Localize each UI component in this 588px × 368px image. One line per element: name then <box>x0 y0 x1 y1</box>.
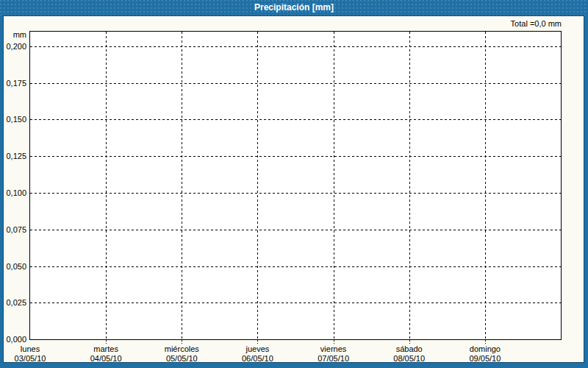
y-tick-label: 0,000 <box>4 334 26 344</box>
y-tick-label: 0,025 <box>4 297 26 308</box>
day-label: sábado <box>396 344 423 353</box>
chart-title-bar: Precipitación [mm] <box>0 0 588 15</box>
v-gridline <box>106 32 107 339</box>
date-label: 08/05/10 <box>393 354 425 363</box>
day-label: domingo <box>470 344 501 353</box>
date-label: 06/05/10 <box>242 354 273 363</box>
day-label: lunes <box>21 344 40 353</box>
x-axis-tick <box>485 340 486 344</box>
h-gridline <box>30 193 561 194</box>
date-label: 09/05/10 <box>469 354 501 363</box>
total-label: Total =0,0 mm <box>511 19 562 28</box>
chart-panel: Total =0,0 mm mm 0,0000,0250,0500,0750,1… <box>3 15 584 363</box>
date-label: 03/05/10 <box>15 354 46 363</box>
y-tick-label: 0,200 <box>4 41 26 52</box>
h-gridline <box>30 266 561 267</box>
v-gridline <box>182 32 182 339</box>
date-label: 07/05/10 <box>318 354 349 363</box>
x-axis-tick <box>409 340 410 344</box>
h-gridline <box>30 46 561 47</box>
x-axis-tick <box>106 340 107 344</box>
y-tick-label: 0,100 <box>4 188 26 198</box>
day-label: miércoles <box>165 344 199 353</box>
y-tick-label: 0,050 <box>4 261 26 272</box>
h-gridline <box>30 156 561 157</box>
v-gridline <box>334 32 334 339</box>
y-axis-unit-label: mm <box>4 30 26 39</box>
x-axis-tick <box>182 340 182 344</box>
y-tick-label: 0,125 <box>4 151 26 161</box>
chart-title: Precipitación [mm] <box>254 2 334 13</box>
day-label: jueves <box>245 344 269 353</box>
x-axis-tick <box>334 340 334 344</box>
h-gridline <box>30 302 561 303</box>
date-label: 04/05/10 <box>90 354 122 363</box>
v-gridline <box>409 32 410 339</box>
y-tick-label: 0,175 <box>4 78 26 88</box>
y-tick-label: 0,075 <box>4 224 26 235</box>
plot-area <box>29 31 562 340</box>
day-label: martes <box>93 344 118 353</box>
h-gridline <box>30 230 561 230</box>
h-gridline <box>30 83 561 84</box>
h-gridline <box>30 119 561 120</box>
date-label: 05/05/10 <box>166 354 198 363</box>
v-gridline <box>485 32 486 339</box>
y-tick-label: 0,150 <box>4 114 26 124</box>
app-window: Precipitación [mm] Total =0,0 mm mm 0,00… <box>0 0 588 368</box>
v-gridline <box>257 32 258 339</box>
x-axis-tick <box>257 340 258 344</box>
day-label: viernes <box>320 344 346 353</box>
